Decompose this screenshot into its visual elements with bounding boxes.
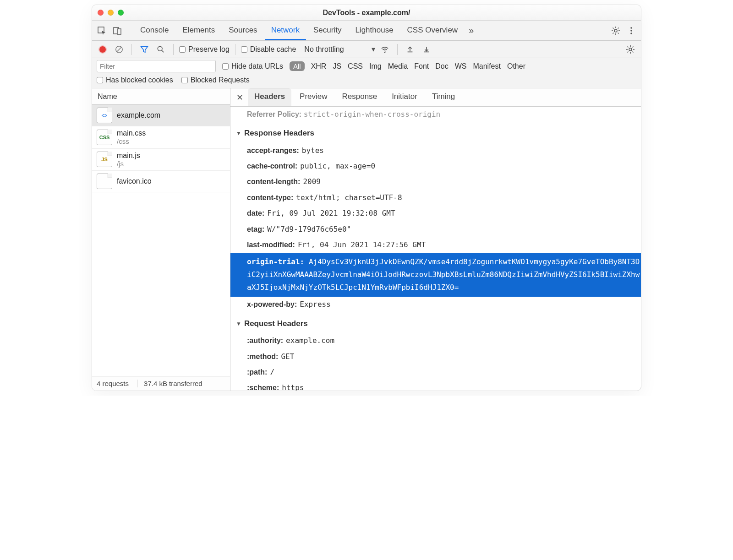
svg-point-3 [614,29,617,32]
close-detail-icon[interactable]: ✕ [233,92,246,103]
request-row[interactable]: <>example.com [92,105,230,126]
dtab-initiator[interactable]: Initiator [385,88,424,106]
request-header-row[interactable]: :path: / [230,364,641,380]
tab-security[interactable]: Security [307,21,348,40]
main-tabs: Console Elements Sources Network Securit… [134,21,599,40]
request-transfer: 37.4 kB transferred [137,380,202,387]
request-name: main.css [117,129,146,137]
request-row[interactable]: CSSmain.css/css [92,126,230,149]
separator [604,25,604,36]
filter-funnel-icon[interactable] [137,43,151,56]
header-origin-trial[interactable]: origin-trial: Aj4DysCv3VjknU3jJvkDEwnQZK… [230,253,641,297]
request-headers-title: Request Headers [244,316,308,331]
tab-sources[interactable]: Sources [222,21,263,40]
request-headers-section[interactable]: ▼ Request Headers [230,313,641,333]
filter-type-xhr[interactable]: XHR [311,62,327,71]
preserve-log-checkbox[interactable]: Preserve log [179,45,230,54]
tab-lighthouse[interactable]: Lighthouse [349,21,399,40]
request-row[interactable]: JSmain.js/js [92,149,230,171]
network-conditions-icon[interactable] [378,43,392,56]
separator [173,44,174,55]
download-har-icon[interactable] [420,43,433,56]
record-button[interactable] [96,43,109,56]
settings-gear-icon[interactable] [609,24,623,38]
tab-console[interactable]: Console [134,21,175,40]
filter-type-media[interactable]: Media [388,62,408,71]
dtab-response[interactable]: Response [336,88,384,106]
dtab-preview[interactable]: Preview [293,88,334,106]
upload-har-icon[interactable] [403,43,417,56]
kebab-menu-icon[interactable] [624,24,638,38]
response-header-row[interactable]: date: Fri, 09 Jul 2021 19:32:08 GMT [230,206,641,221]
network-settings-gear-icon[interactable] [624,43,637,56]
tab-cssoverview[interactable]: CSS Overview [401,21,465,40]
separator [235,44,235,55]
disable-cache-label: Disable cache [250,45,296,54]
filter-type-js[interactable]: JS [333,62,341,71]
blocked-requests-checkbox[interactable]: Blocked Requests [181,76,250,84]
disable-cache-checkbox[interactable]: Disable cache [241,45,296,54]
svg-line-10 [162,50,164,52]
response-header-row[interactable]: x-powered-by: Express [230,297,641,312]
checkbox-icon [97,77,103,83]
window-title: DevTools - example.com/ [92,9,641,17]
zoom-window-button[interactable] [118,10,124,16]
filter-type-ws[interactable]: WS [455,62,467,71]
tab-row-right [601,24,638,38]
filter-type-manifest[interactable]: Manifest [473,62,500,71]
response-headers-section[interactable]: ▼ Response Headers [230,122,641,142]
separator [397,44,398,55]
tab-elements[interactable]: Elements [176,21,221,40]
filter-type-other[interactable]: Other [507,62,525,71]
tab-network[interactable]: Network [265,21,306,40]
has-blocked-cookies-checkbox[interactable]: Has blocked cookies [97,76,173,84]
response-header-row[interactable]: content-length: 2009 [230,174,641,190]
filter-type-font[interactable]: Font [414,62,429,71]
file-icon: CSS [97,130,112,145]
response-header-row[interactable]: last-modified: Fri, 04 Jun 2021 14:27:56… [230,237,641,253]
svg-rect-2 [117,29,121,34]
request-name: favicon.ico [117,177,152,185]
search-icon[interactable] [154,43,168,56]
request-subpath: /css [117,137,146,145]
request-header-row[interactable]: :method: GET [230,349,641,364]
request-row[interactable]: favicon.ico [92,171,230,192]
request-name: example.com [117,111,160,120]
filter-type-css[interactable]: CSS [348,62,363,71]
inspect-element-icon[interactable] [95,24,109,38]
separator [129,25,129,36]
disclosure-triangle-icon: ▼ [236,319,241,329]
detail-pane: ✕ Headers Preview Response Initiator Tim… [230,88,641,391]
throttling-select[interactable]: No throttling ▾ [304,45,375,54]
detail-body[interactable]: Referrer Policy: strict-origin-when-cros… [230,107,641,391]
device-toolbar-icon[interactable] [110,24,124,38]
detail-tabs: ✕ Headers Preview Response Initiator Tim… [230,88,641,107]
response-header-row[interactable]: accept-ranges: bytes [230,143,641,158]
response-header-row[interactable]: content-type: text/html; charset=UTF-8 [230,190,641,206]
request-header-row[interactable]: :authority: example.com [230,333,641,348]
filter-type-all[interactable]: All [290,61,305,71]
request-header-row[interactable]: :scheme: https [230,380,641,391]
filter-type-doc[interactable]: Doc [435,62,448,71]
chevron-down-icon: ▾ [372,45,375,54]
hide-data-urls-checkbox[interactable]: Hide data URLs [222,62,283,71]
svg-point-4 [630,27,632,29]
separator [131,44,132,55]
response-headers-title: Response Headers [244,126,314,141]
close-window-button[interactable] [98,10,104,16]
dtab-timing[interactable]: Timing [426,88,461,106]
dtab-headers[interactable]: Headers [248,88,291,106]
devtools-window: DevTools - example.com/ Console Elements… [92,5,641,391]
filter-input[interactable] [97,60,216,72]
filter-type-img[interactable]: Img [369,62,382,71]
request-list-header[interactable]: Name [92,88,230,105]
response-header-row[interactable]: etag: W/"7d9-179d76c65e0" [230,222,641,237]
response-header-row[interactable]: cache-control: public, max-age=0 [230,158,641,174]
throttling-value: No throttling [304,45,344,54]
request-list: <>example.comCSSmain.css/cssJSmain.js/js… [92,105,230,376]
more-tabs-icon[interactable]: » [465,25,477,36]
clear-icon[interactable] [112,43,126,56]
request-subpath: /js [117,160,140,168]
file-icon: JS [97,152,112,167]
minimize-window-button[interactable] [108,10,114,16]
